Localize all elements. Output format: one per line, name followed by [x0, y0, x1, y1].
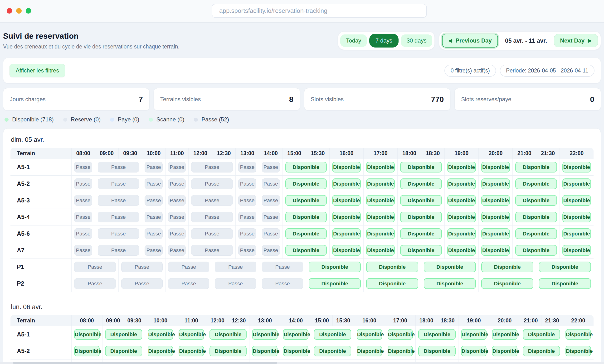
slot-button-passe[interactable]: Passe — [238, 178, 256, 189]
slot-button-disponible[interactable]: Disponible — [461, 346, 487, 356]
range-button-30-days[interactable]: 30 days — [401, 35, 432, 47]
slot-button-passe[interactable]: Passe — [191, 245, 233, 256]
slot-button-disponible[interactable]: Disponible — [210, 346, 247, 356]
horizontal-scrollbar[interactable] — [0, 362, 604, 364]
slot-button-disponible[interactable]: Disponible — [105, 329, 142, 340]
slot-button-disponible[interactable]: Disponible — [400, 212, 442, 222]
slot-button-passe[interactable]: Passe — [98, 178, 139, 189]
slot-button-passe[interactable]: Passe — [74, 195, 92, 206]
slot-button-disponible[interactable]: Disponible — [481, 178, 510, 189]
slot-button-passe[interactable]: Passe — [168, 262, 209, 272]
slot-button-disponible[interactable]: Disponible — [179, 329, 204, 340]
slot-button-disponible[interactable]: Disponible — [332, 195, 361, 206]
slot-button-disponible[interactable]: Disponible — [400, 228, 442, 239]
slot-button-disponible[interactable]: Disponible — [562, 228, 591, 239]
slot-button-disponible[interactable]: Disponible — [366, 262, 418, 272]
slot-button-disponible[interactable]: Disponible — [285, 212, 327, 222]
slot-button-passe[interactable]: Passe — [191, 178, 233, 189]
slot-button-passe[interactable]: Passe — [262, 178, 280, 189]
slot-button-passe[interactable]: Passe — [145, 245, 163, 256]
slot-button-disponible[interactable]: Disponible — [366, 245, 395, 256]
slot-button-passe[interactable]: Passe — [262, 212, 280, 222]
slot-button-passe[interactable]: Passe — [168, 228, 186, 239]
slot-button-passe[interactable]: Passe — [74, 262, 116, 272]
slot-button-disponible[interactable]: Disponible — [418, 346, 455, 356]
slot-button-passe[interactable]: Passe — [168, 195, 186, 206]
slot-button-passe[interactable]: Passe — [98, 195, 139, 206]
slot-button-disponible[interactable]: Disponible — [562, 178, 591, 189]
slot-button-passe[interactable]: Passe — [238, 212, 256, 222]
slot-button-disponible[interactable]: Disponible — [400, 245, 442, 256]
slot-button-passe[interactable]: Passe — [262, 228, 280, 239]
slot-button-passe[interactable]: Passe — [145, 228, 163, 239]
slot-button-passe[interactable]: Passe — [238, 162, 256, 172]
slot-button-disponible[interactable]: Disponible — [481, 278, 533, 289]
slot-button-passe[interactable]: Passe — [98, 212, 139, 222]
slot-button-disponible[interactable]: Disponible — [366, 162, 395, 172]
slot-button-disponible[interactable]: Disponible — [481, 262, 533, 272]
slot-button-disponible[interactable]: Disponible — [332, 212, 361, 222]
slot-button-disponible[interactable]: Disponible — [539, 278, 591, 289]
slot-button-disponible[interactable]: Disponible — [515, 228, 557, 239]
slot-button-passe[interactable]: Passe — [74, 245, 92, 256]
slot-button-passe[interactable]: Passe — [74, 212, 92, 222]
slot-button-passe[interactable]: Passe — [168, 245, 186, 256]
slot-button-disponible[interactable]: Disponible — [539, 262, 591, 272]
slot-button-disponible[interactable]: Disponible — [424, 278, 476, 289]
slot-button-disponible[interactable]: Disponible — [252, 346, 277, 356]
slot-button-disponible[interactable]: Disponible — [283, 329, 308, 340]
slot-button-disponible[interactable]: Disponible — [515, 245, 557, 256]
slot-button-disponible[interactable]: Disponible — [366, 195, 395, 206]
maximize-button[interactable] — [26, 8, 31, 13]
slot-button-passe[interactable]: Passe — [168, 212, 186, 222]
slot-button-disponible[interactable]: Disponible — [74, 329, 100, 340]
slot-button-disponible[interactable]: Disponible — [481, 245, 510, 256]
slot-button-passe[interactable]: Passe — [168, 162, 186, 172]
slot-button-disponible[interactable]: Disponible — [481, 212, 510, 222]
slot-button-disponible[interactable]: Disponible — [562, 212, 591, 222]
slot-button-disponible[interactable]: Disponible — [285, 245, 327, 256]
slot-button-disponible[interactable]: Disponible — [285, 162, 327, 172]
slot-button-disponible[interactable]: Disponible — [357, 329, 382, 340]
slot-button-disponible[interactable]: Disponible — [210, 329, 247, 340]
slot-button-disponible[interactable]: Disponible — [332, 178, 361, 189]
slot-button-passe[interactable]: Passe — [74, 178, 92, 189]
slot-button-disponible[interactable]: Disponible — [447, 245, 476, 256]
next-day-button[interactable]: Next Day ▶ — [554, 34, 598, 47]
slot-button-disponible[interactable]: Disponible — [562, 162, 591, 172]
slot-button-disponible[interactable]: Disponible — [418, 329, 455, 340]
slot-button-passe[interactable]: Passe — [262, 162, 280, 172]
minimize-button[interactable] — [16, 8, 22, 13]
slot-button-passe[interactable]: Passe — [121, 262, 163, 272]
slot-button-disponible[interactable]: Disponible — [562, 195, 591, 206]
slot-button-passe[interactable]: Passe — [238, 245, 256, 256]
slot-button-passe[interactable]: Passe — [74, 278, 116, 289]
slot-button-disponible[interactable]: Disponible — [523, 329, 560, 340]
slot-button-disponible[interactable]: Disponible — [314, 346, 351, 356]
slot-button-disponible[interactable]: Disponible — [400, 178, 442, 189]
slot-button-disponible[interactable]: Disponible — [492, 329, 517, 340]
slot-button-disponible[interactable]: Disponible — [515, 178, 557, 189]
slot-button-disponible[interactable]: Disponible — [481, 228, 510, 239]
slot-button-disponible[interactable]: Disponible — [332, 228, 361, 239]
slot-button-passe[interactable]: Passe — [168, 178, 186, 189]
slot-button-disponible[interactable]: Disponible — [309, 262, 361, 272]
slot-button-disponible[interactable]: Disponible — [366, 212, 395, 222]
slot-button-disponible[interactable]: Disponible — [388, 346, 413, 356]
slot-button-disponible[interactable]: Disponible — [252, 329, 277, 340]
slot-button-disponible[interactable]: Disponible — [523, 346, 560, 356]
slot-button-disponible[interactable]: Disponible — [309, 278, 361, 289]
slot-button-passe[interactable]: Passe — [98, 228, 139, 239]
slot-button-passe[interactable]: Passe — [238, 195, 256, 206]
slot-button-disponible[interactable]: Disponible — [447, 195, 476, 206]
slot-button-passe[interactable]: Passe — [262, 245, 280, 256]
slot-button-disponible[interactable]: Disponible — [285, 178, 327, 189]
slot-button-disponible[interactable]: Disponible — [515, 212, 557, 222]
slot-button-passe[interactable]: Passe — [191, 195, 233, 206]
slot-button-passe[interactable]: Passe — [215, 262, 256, 272]
slot-button-passe[interactable]: Passe — [262, 278, 303, 289]
slot-button-passe[interactable]: Passe — [191, 228, 233, 239]
slot-button-passe[interactable]: Passe — [74, 228, 92, 239]
slot-button-disponible[interactable]: Disponible — [461, 329, 487, 340]
slot-button-disponible[interactable]: Disponible — [566, 329, 591, 340]
